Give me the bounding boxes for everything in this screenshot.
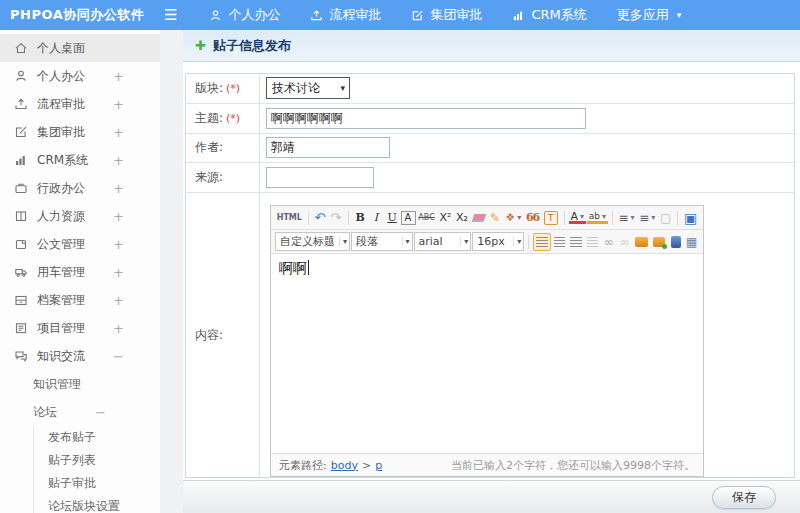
font-color-button[interactable]: A	[569, 211, 586, 224]
strikethrough-button[interactable]: ABC	[417, 209, 437, 227]
path-p-link[interactable]: p	[375, 459, 382, 472]
align-justify-button[interactable]	[585, 233, 600, 251]
app-window: PHPOA协同办公软件 ☰ 个人办公 流程审批 集团审批 CRM系统 更多应用 …	[0, 0, 800, 513]
sidebar-item-crm[interactable]: CRM系统 +	[0, 146, 160, 174]
sidebar-item-personal-office[interactable]: 个人办公 +	[0, 62, 160, 90]
sidebar-item-topic-approval[interactable]: 贴子审批	[34, 472, 160, 495]
caret-down-icon: ▾	[677, 10, 682, 20]
ordered-list-button[interactable]: ≡	[617, 209, 637, 227]
insert-media-icon[interactable]	[668, 233, 683, 251]
person-icon	[14, 69, 28, 83]
topnav-group-approval[interactable]: 集团审批	[411, 6, 482, 24]
undo-icon[interactable]: ↶	[313, 209, 328, 227]
subject-input[interactable]	[266, 108, 586, 129]
font-family-select[interactable]: arial	[414, 232, 472, 251]
subject-label: 主题: (*)	[186, 104, 260, 133]
expander[interactable]: −	[95, 405, 106, 420]
expander[interactable]: +	[113, 69, 124, 84]
toolbar-separator	[564, 211, 565, 225]
sidebar-item-knowledge-exchange[interactable]: 知识交流 −	[0, 342, 160, 370]
format-brush-icon[interactable]: ✎	[488, 209, 503, 227]
link-icon: ∞	[601, 233, 616, 251]
sidebar-item-archive-mgmt[interactable]: 档案管理 +	[0, 286, 160, 314]
expander[interactable]: +	[113, 125, 124, 140]
font-size-select[interactable]: 16px	[472, 232, 524, 251]
editor-content-area[interactable]: 啊啊	[271, 254, 703, 453]
sidebar-item-post-topic[interactable]: 发布贴子	[34, 426, 160, 449]
expander[interactable]: +	[113, 265, 124, 280]
sidebar-item-forum[interactable]: 论坛 −	[0, 398, 160, 426]
form-row-subject: 主题: (*)	[186, 104, 794, 134]
align-right-button[interactable]	[568, 233, 583, 251]
format-painter-icon[interactable]: ❖	[504, 209, 524, 227]
subscript-button[interactable]: X₂	[454, 209, 470, 227]
sidebar-item-topic-list[interactable]: 贴子列表	[34, 449, 160, 472]
source-label: 来源:	[186, 163, 260, 192]
font-border-button[interactable]: A	[401, 211, 416, 225]
expander[interactable]: +	[113, 293, 124, 308]
sidebar-item-vehicle-mgmt[interactable]: 用车管理 +	[0, 258, 160, 286]
topnav-personal-office[interactable]: 个人办公	[209, 6, 280, 24]
expander[interactable]: +	[113, 237, 124, 252]
date-insert-button[interactable]: T	[542, 209, 560, 227]
sidebar-item-workflow-approval[interactable]: 流程审批 +	[0, 90, 160, 118]
source-input[interactable]	[266, 167, 374, 188]
rich-text-editor: HTML ↶ ↷ B I U A ABC X² X₂	[270, 205, 704, 477]
align-center-button[interactable]	[552, 233, 567, 251]
unlink-icon: ∞	[617, 233, 632, 251]
insert-table-icon[interactable]: ▦	[684, 233, 699, 251]
unordered-list-button[interactable]: ≡	[637, 209, 657, 227]
forum-submenu: 发布贴子 贴子列表 贴子审批 论坛版块设置	[33, 426, 160, 513]
align-left-button[interactable]	[533, 233, 550, 251]
top-nav: 个人办公 流程审批 集团审批 CRM系统 更多应用 ▾	[209, 6, 681, 24]
expander[interactable]: +	[113, 321, 124, 336]
sidebar-item-admin-office[interactable]: 行政办公 +	[0, 174, 160, 202]
sidebar-item-document-mgmt[interactable]: 公文管理 +	[0, 230, 160, 258]
expander[interactable]: −	[113, 349, 124, 364]
board-select[interactable]: 技术讨论	[266, 77, 350, 99]
editor-text: 啊啊	[279, 260, 307, 276]
save-button[interactable]: 保存	[712, 486, 776, 509]
top-bar: PHPOA协同办公软件 ☰ 个人办公 流程审批 集团审批 CRM系统 更多应用 …	[0, 0, 800, 30]
paragraph-select[interactable]: 段落	[351, 232, 413, 251]
sidebar-item-project-mgmt[interactable]: 项目管理 +	[0, 314, 160, 342]
topnav-workflow-approval[interactable]: 流程审批	[310, 6, 381, 24]
eraser-icon[interactable]	[471, 209, 487, 227]
highlight-color-button[interactable]: ab	[587, 211, 608, 224]
upload-image-icon[interactable]	[651, 233, 667, 251]
person-icon	[209, 9, 222, 22]
expander[interactable]: +	[113, 153, 124, 168]
author-label: 作者:	[186, 134, 260, 163]
expander[interactable]: +	[113, 97, 124, 112]
underline-button[interactable]: U	[385, 209, 400, 227]
expander[interactable]: +	[113, 181, 124, 196]
html-source-button[interactable]: HTML	[275, 209, 304, 227]
expander[interactable]: +	[113, 209, 124, 224]
text-cursor	[308, 260, 309, 275]
author-input[interactable]	[266, 137, 390, 158]
sidebar-item-group-approval[interactable]: 集团审批 +	[0, 118, 160, 146]
superscript-button[interactable]: X²	[438, 209, 454, 227]
path-body-link[interactable]: body	[331, 459, 358, 472]
editor-toolbar-row1: HTML ↶ ↷ B I U A ABC X² X₂	[271, 206, 703, 230]
fullscreen-button[interactable]: ▣	[682, 209, 699, 227]
bold-button[interactable]: B	[353, 209, 368, 227]
new-page-button[interactable]: ▢	[658, 209, 673, 227]
redo-icon: ↷	[329, 209, 344, 227]
sidebar-item-desktop[interactable]: 个人桌面	[0, 34, 160, 62]
sidebar-item-knowledge-mgmt[interactable]: 知识管理	[0, 370, 160, 398]
insert-image-icon[interactable]	[633, 233, 649, 251]
toolbar-separator	[528, 235, 529, 249]
topnav-crm[interactable]: CRM系统	[512, 6, 586, 24]
document-icon	[14, 237, 28, 251]
custom-title-select[interactable]: 自定义标题	[275, 232, 350, 251]
hamburger-menu-icon[interactable]: ☰	[164, 6, 177, 24]
blockquote-button[interactable]: 66	[524, 209, 541, 227]
sidebar-item-hr[interactable]: 人力资源 +	[0, 202, 160, 230]
briefcase-icon	[14, 181, 28, 195]
char-counter: 当前已输入2个字符，您还可以输入9998个字符。	[451, 458, 695, 473]
topnav-more-apps[interactable]: 更多应用 ▾	[617, 6, 682, 24]
form-row-content: 内容: HTML ↶ ↷ B I U	[186, 193, 794, 477]
italic-button[interactable]: I	[369, 209, 384, 227]
sidebar-item-forum-board-settings[interactable]: 论坛版块设置	[34, 495, 160, 513]
